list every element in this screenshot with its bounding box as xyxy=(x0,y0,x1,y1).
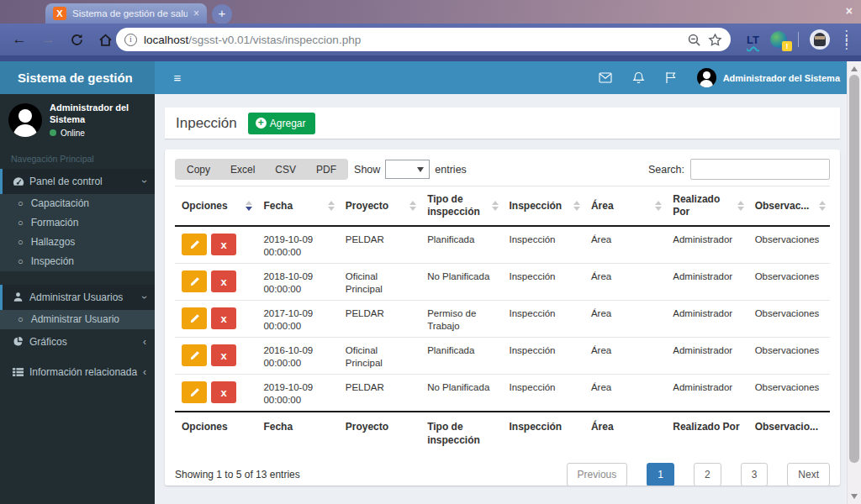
languagetool-extension-icon[interactable]: LT xyxy=(747,34,759,46)
window-close-icon[interactable]: × xyxy=(846,4,853,18)
cell-realizado: Administrador xyxy=(666,264,747,301)
scroll-up-icon[interactable] xyxy=(851,66,858,71)
entries-label: entries xyxy=(435,164,467,176)
page-scrollbar[interactable] xyxy=(847,61,861,504)
edit-button[interactable] xyxy=(182,344,207,366)
globe-extension-icon[interactable]: ! xyxy=(770,31,787,48)
sidebar-user-status: Online xyxy=(50,129,146,138)
edit-button[interactable] xyxy=(182,234,207,255)
sidebar-item-panel-de-control[interactable]: Panel de control › xyxy=(0,169,155,194)
sidebar-item-administrar-usuario[interactable]: ○Administrar Usuario xyxy=(0,310,155,329)
column-header-inspeccion[interactable]: Inspección xyxy=(503,186,584,227)
cell-realizado: Administrador xyxy=(666,301,747,338)
edit-button[interactable] xyxy=(182,307,207,329)
reload-icon[interactable] xyxy=(62,33,91,47)
show-label: Show xyxy=(354,164,380,176)
excel-button[interactable]: Excel xyxy=(220,161,265,178)
delete-button[interactable]: x xyxy=(211,381,236,403)
footer-inspeccion: Inspección xyxy=(503,412,584,452)
cell-tipo: Permiso de Trabajo xyxy=(420,301,502,338)
edit-button[interactable] xyxy=(182,270,207,292)
cell-area: Área xyxy=(584,375,666,412)
sidebar-toggle-icon[interactable]: ≡ xyxy=(165,61,190,94)
table-search: Search: xyxy=(648,159,830,180)
column-header-proyecto[interactable]: Proyecto xyxy=(339,186,420,227)
sidebar-item-administrar-usuarios[interactable]: Administrar Usuarios › xyxy=(0,285,155,310)
chevron-down-icon: › xyxy=(139,180,151,183)
sort-icon xyxy=(737,201,744,211)
flag-icon[interactable] xyxy=(665,71,677,84)
add-button[interactable]: + Agregar xyxy=(248,113,316,134)
column-header-observaciones[interactable]: Observac... xyxy=(748,186,830,227)
page-length-select[interactable] xyxy=(385,160,430,179)
browser-menu-icon[interactable]: ⋮⋮⋮ xyxy=(841,32,849,47)
cell-fecha: 2017-10-09 00:00:00 xyxy=(256,301,338,338)
column-header-area[interactable]: Área xyxy=(584,186,666,227)
main-content: Inpección + Agregar Copy Excel CSV PDF S… xyxy=(155,94,847,504)
copy-button[interactable]: Copy xyxy=(177,161,220,178)
messages-envelope-icon[interactable] xyxy=(599,72,612,83)
sidebar-item-inspecion[interactable]: ○Inspeción xyxy=(0,252,155,271)
sidebar-item-graficos[interactable]: Gráficos ‹ xyxy=(0,329,155,354)
select-arrow-icon xyxy=(417,167,424,172)
back-icon[interactable]: ← xyxy=(5,31,34,48)
sidebar-item-capacitacion[interactable]: ○Capacitación xyxy=(0,194,155,213)
delete-button[interactable]: x xyxy=(211,307,236,329)
sidebar-item-formacion[interactable]: ○Formación xyxy=(0,213,155,233)
navbar-user-menu[interactable]: Administrador del Sistema xyxy=(697,68,840,87)
forward-icon[interactable]: → xyxy=(34,31,62,48)
page-button-1[interactable]: 1 xyxy=(647,463,674,486)
page-button-3[interactable]: 3 xyxy=(741,463,769,486)
search-input[interactable] xyxy=(690,159,830,180)
scrollbar-thumb[interactable] xyxy=(849,75,859,463)
page-button-2[interactable]: 2 xyxy=(694,463,721,486)
column-header-opciones[interactable]: Opciones xyxy=(175,186,256,227)
cell-area: Área xyxy=(584,226,666,264)
bookmark-star-icon[interactable] xyxy=(708,33,722,47)
delete-button[interactable]: x xyxy=(211,270,236,292)
delete-button[interactable]: x xyxy=(211,234,236,255)
footer-fecha: Fecha xyxy=(256,412,338,452)
sidebar-user-avatar xyxy=(8,103,42,137)
circle-bullet-icon: ○ xyxy=(18,256,24,266)
scroll-down-icon[interactable] xyxy=(851,494,858,499)
chevron-down-icon: › xyxy=(139,296,151,299)
table-row: x2016-10-09 00:00:00Oficinal PrincipalPl… xyxy=(175,338,830,375)
cell-proyecto: PELDAR xyxy=(339,226,420,264)
csv-button[interactable]: CSV xyxy=(265,161,306,178)
search-label: Search: xyxy=(648,164,684,176)
edit-button[interactable] xyxy=(182,381,207,403)
new-tab-button[interactable]: + xyxy=(212,4,232,24)
sort-icon xyxy=(328,201,335,211)
notifications-bell-icon[interactable] xyxy=(632,71,645,85)
delete-button[interactable]: x xyxy=(211,344,236,366)
cell-observaciones: Observaciones xyxy=(748,264,830,301)
inspections-table: Opciones Fecha Proyecto Tipo de inspecci… xyxy=(175,186,830,452)
column-header-fecha[interactable]: Fecha xyxy=(256,186,338,227)
table-card: Copy Excel CSV PDF Show entries Search: … xyxy=(165,150,840,486)
zoom-icon[interactable] xyxy=(687,33,701,47)
brand-logo[interactable]: Sistema de gestión xyxy=(0,61,155,94)
previous-page-button[interactable]: Previous xyxy=(567,463,628,486)
column-header-tipo[interactable]: Tipo de inspección xyxy=(420,186,502,227)
sidebar-item-informacion-relacionada[interactable]: Información relacionada ‹ xyxy=(0,360,155,385)
cell-proyecto: Oficinal Principal xyxy=(339,338,420,375)
next-page-button[interactable]: Next xyxy=(787,463,830,486)
cell-inspeccion: Inspección xyxy=(503,375,584,412)
pdf-button[interactable]: PDF xyxy=(306,161,346,178)
tab-close-icon[interactable]: × xyxy=(193,8,199,19)
cell-observaciones: Observaciones xyxy=(748,301,830,338)
address-bar[interactable]: i localhost/sgsst-v0.01/vistas/inspeccio… xyxy=(116,28,731,51)
sidebar-item-hallazgos[interactable]: ○Hallazgos xyxy=(0,233,155,252)
footer-tipo: Tipo de inspección xyxy=(420,412,502,452)
column-header-realizado[interactable]: Realizado Por xyxy=(666,186,747,227)
browser-tab[interactable]: X Sistema de gestión de salu × xyxy=(45,3,207,24)
table-row: x2019-10-09 00:00:00PELDARNo Planificada… xyxy=(175,375,830,412)
footer-realizado: Realizado Por xyxy=(666,412,747,452)
browser-profile-avatar[interactable] xyxy=(810,29,830,50)
user-avatar xyxy=(697,68,716,87)
home-icon[interactable] xyxy=(91,33,119,47)
cell-fecha: 2016-10-09 00:00:00 xyxy=(256,338,338,375)
page-info-icon[interactable]: i xyxy=(124,34,137,46)
table-info: Showing 1 to 5 of 13 entries xyxy=(175,469,300,480)
